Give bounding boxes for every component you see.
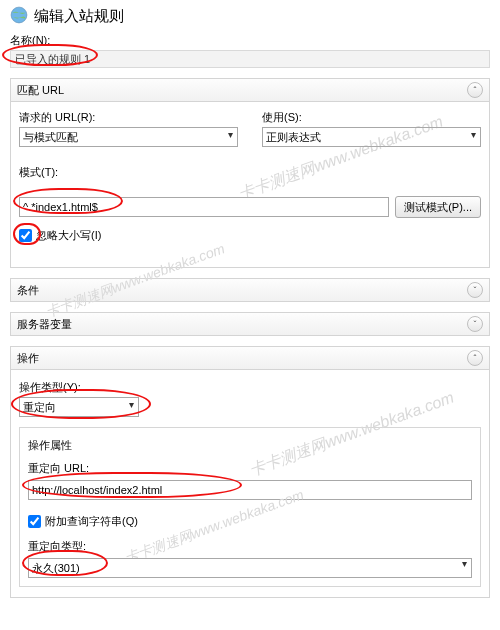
append-querystring-label: 附加查询字符串(Q): [45, 514, 138, 529]
redirect-type-select[interactable]: [28, 558, 472, 578]
pattern-input[interactable]: [19, 197, 389, 217]
action-type-select[interactable]: [19, 397, 139, 417]
chevron-down-icon: ˇ: [467, 316, 483, 332]
chevron-up-icon: ˆ: [467, 350, 483, 366]
page-header: 编辑入站规则: [10, 6, 490, 27]
action-panel: 操作 ˆ 操作类型(Y): 卡卡测速网www.webkaka.com 操作属性 …: [10, 346, 490, 598]
panel-title: 匹配 URL: [17, 83, 64, 98]
chevron-up-icon: ˆ: [467, 82, 483, 98]
requested-url-select[interactable]: [19, 127, 238, 147]
redirect-url-label: 重定向 URL:: [28, 461, 472, 476]
globe-icon: [10, 6, 28, 27]
match-url-panel: 匹配 URL ˆ 卡卡测速网www.webkaka.com 请求的 URL(R)…: [10, 78, 490, 268]
pattern-label: 模式(T):: [19, 165, 481, 180]
panel-title: 条件: [17, 283, 39, 298]
requested-url-label: 请求的 URL(R):: [19, 110, 238, 125]
panel-title: 操作: [17, 351, 39, 366]
rule-name-input[interactable]: [10, 50, 490, 68]
action-properties-group: 卡卡测速网www.webkaka.com 操作属性 重定向 URL: 附加查询字…: [19, 427, 481, 587]
match-url-header[interactable]: 匹配 URL ˆ: [11, 79, 489, 102]
redirect-type-label: 重定向类型:: [28, 539, 472, 554]
append-querystring-checkbox[interactable]: [28, 515, 41, 528]
using-select[interactable]: [262, 127, 481, 147]
ignore-case-checkbox[interactable]: [19, 229, 32, 242]
name-label: 名称(N):: [10, 33, 490, 48]
using-label: 使用(S):: [262, 110, 481, 125]
redirect-url-input[interactable]: [28, 480, 472, 500]
ignore-case-label: 忽略大小写(I): [36, 228, 101, 243]
action-header[interactable]: 操作 ˆ: [11, 347, 489, 370]
test-pattern-button[interactable]: 测试模式(P)...: [395, 196, 481, 218]
server-vars-panel: 服务器变量 ˇ: [10, 312, 490, 336]
conditions-panel: 条件 ˇ: [10, 278, 490, 302]
page-title: 编辑入站规则: [34, 7, 124, 26]
panel-title: 服务器变量: [17, 317, 72, 332]
action-type-label: 操作类型(Y):: [19, 380, 481, 395]
server-vars-header[interactable]: 服务器变量 ˇ: [11, 313, 489, 335]
action-props-title: 操作属性: [28, 438, 472, 453]
chevron-down-icon: ˇ: [467, 282, 483, 298]
conditions-header[interactable]: 条件 ˇ: [11, 279, 489, 301]
